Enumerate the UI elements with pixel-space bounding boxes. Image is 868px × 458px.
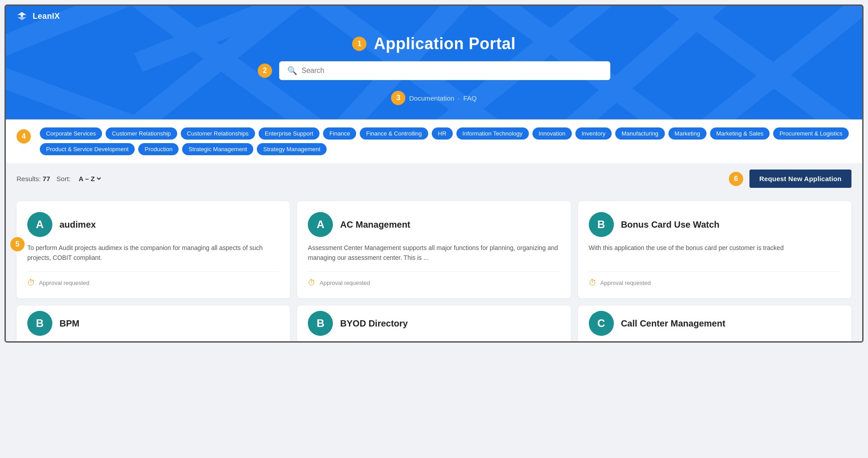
- app-avatar: B: [308, 311, 333, 336]
- approval-icon: ⏱: [27, 278, 35, 288]
- filters-badge-wrapper: 4 Corporate ServicesCustomer Relationshi…: [17, 127, 851, 155]
- results-left: Results: 77 Sort: A – Z Z – A: [17, 174, 102, 183]
- filter-chip[interactable]: Enterprise Support: [259, 127, 319, 140]
- badge-3: 3: [391, 91, 405, 105]
- card-header: A audimex: [27, 212, 279, 237]
- search-input[interactable]: [302, 67, 602, 75]
- card-description: With this application the use of the bon…: [589, 243, 841, 263]
- app-card[interactable]: B Bonus Card Use Watch With this applica…: [578, 201, 851, 298]
- nav-badge-wrapper: 3 Documentation · FAQ: [391, 91, 477, 105]
- filter-chip[interactable]: Strategic Management: [182, 143, 253, 155]
- app-name: audimex: [60, 220, 96, 230]
- app-name: BPM: [60, 318, 79, 329]
- nav-documentation[interactable]: Documentation: [409, 94, 454, 102]
- filter-chip[interactable]: Marketing: [668, 127, 706, 140]
- app-avatar: A: [308, 212, 333, 237]
- header: LeanIX 1 Application Portal 2 🔍 3: [6, 6, 862, 119]
- filter-chip[interactable]: Strategy Management: [257, 143, 327, 155]
- app-avatar: B: [589, 212, 614, 237]
- filter-chip[interactable]: Customer Relationship: [106, 127, 177, 140]
- card-footer: ⏱ Approval requested: [308, 271, 560, 288]
- card-header: A AC Management: [308, 212, 560, 237]
- search-icon: 🔍: [287, 66, 297, 76]
- app-name: AC Management: [340, 220, 410, 230]
- filter-chip[interactable]: HR: [432, 127, 453, 140]
- app-avatar: C: [589, 311, 614, 336]
- app-card[interactable]: A AC Management Assessment Center Manage…: [297, 201, 570, 298]
- approval-status: Approval requested: [600, 280, 651, 286]
- app-name: Bonus Card Use Watch: [621, 220, 719, 230]
- cards-area: 5 A audimex To perform Audit projects au…: [17, 201, 851, 341]
- approval-icon: ⏱: [308, 278, 316, 288]
- leanix-logo-icon: [15, 11, 29, 21]
- svg-marker-13: [17, 15, 26, 20]
- cards-section: 5 A audimex To perform Audit projects au…: [6, 194, 862, 341]
- cards-row-1: A audimex To perform Audit projects audi…: [17, 201, 851, 298]
- header-top-bar: LeanIX: [6, 6, 862, 26]
- results-bar: Results: 77 Sort: A – Z Z – A 6 Request …: [6, 163, 862, 194]
- badge-2: 2: [258, 64, 272, 78]
- app-avatar: A: [27, 212, 52, 237]
- search-box: 🔍: [279, 61, 610, 80]
- app-avatar: B: [27, 311, 52, 336]
- sort-select[interactable]: A – Z Z – A: [77, 174, 102, 183]
- filter-chip[interactable]: Manufacturing: [615, 127, 664, 140]
- results-count: 77: [43, 175, 50, 182]
- logo-area: LeanIX: [15, 11, 60, 21]
- nav-faq[interactable]: FAQ: [464, 94, 477, 102]
- app-card[interactable]: A audimex To perform Audit projects audi…: [17, 201, 290, 298]
- app-card-partial[interactable]: C Call Center Management: [578, 305, 851, 341]
- nav-links: 3 Documentation · FAQ: [6, 87, 862, 110]
- header-content: LeanIX 1 Application Portal 2 🔍 3: [6, 6, 862, 110]
- header-title-section: 1 Application Portal: [6, 26, 862, 57]
- filter-chip[interactable]: Information Technology: [456, 127, 529, 140]
- filter-chip[interactable]: Corporate Services: [40, 127, 102, 140]
- filter-chip[interactable]: Production: [138, 143, 179, 155]
- filter-chip[interactable]: Product & Service Development: [40, 143, 135, 155]
- card-footer: ⏱ Approval requested: [589, 271, 841, 288]
- filter-chip[interactable]: Finance & Controlling: [360, 127, 428, 140]
- filter-chip[interactable]: Marketing & Sales: [710, 127, 770, 140]
- sort-label: Sort:: [56, 175, 71, 182]
- app-name: Call Center Management: [621, 318, 725, 329]
- filter-chip[interactable]: Procurement & Logistics: [773, 127, 849, 140]
- results-label: Results: 77: [17, 175, 50, 182]
- badge-1: 1: [352, 37, 366, 51]
- filters-content: Corporate ServicesCustomer RelationshipC…: [40, 127, 851, 155]
- cards-row-partial: B BPM B BYOD Directory C Call Center Man…: [17, 305, 851, 341]
- page-title: Application Portal: [374, 34, 515, 53]
- badge-5: 5: [10, 237, 25, 251]
- filters-bar: 4 Corporate ServicesCustomer Relationshi…: [6, 119, 862, 163]
- page-frame: LeanIX 1 Application Portal 2 🔍 3: [4, 4, 864, 343]
- results-right: 6 Request New Application: [729, 170, 851, 188]
- search-section: 2 🔍: [6, 57, 862, 87]
- card-description: To perform Audit projects audimex is the…: [27, 243, 279, 263]
- badge-4: 4: [17, 129, 31, 144]
- card-footer: ⏱ Approval requested: [27, 271, 279, 288]
- filter-chip[interactable]: Customer Relationships: [181, 127, 255, 140]
- filter-chip[interactable]: Inventory: [575, 127, 612, 140]
- app-card-partial[interactable]: B BPM: [17, 305, 290, 341]
- approval-icon: ⏱: [589, 278, 597, 288]
- app-card-partial[interactable]: B BYOD Directory: [297, 305, 570, 341]
- badge-6: 6: [729, 172, 743, 186]
- app-name: BYOD Directory: [340, 318, 408, 329]
- approval-status: Approval requested: [319, 280, 370, 286]
- logo-text: LeanIX: [33, 12, 60, 21]
- nav-separator: ·: [458, 94, 460, 102]
- filter-chip[interactable]: Innovation: [532, 127, 572, 140]
- card-header: B Bonus Card Use Watch: [589, 212, 841, 237]
- request-new-application-button[interactable]: Request New Application: [749, 170, 851, 188]
- filter-chip[interactable]: Finance: [323, 127, 356, 140]
- card-description: Assessment Center Management supports al…: [308, 243, 560, 263]
- approval-status: Approval requested: [39, 280, 89, 286]
